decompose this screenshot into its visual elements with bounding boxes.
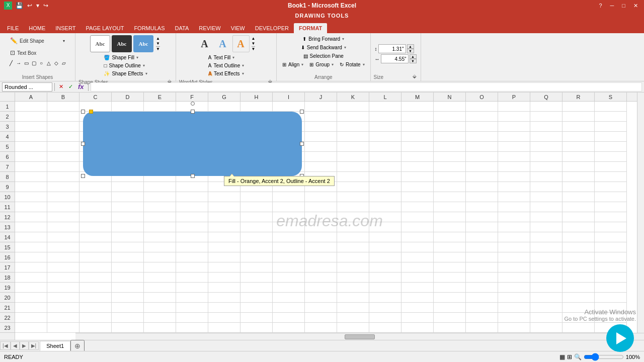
cell-G19[interactable] bbox=[208, 283, 240, 293]
cell-Q18[interactable] bbox=[530, 273, 562, 283]
height-down[interactable]: ▼ bbox=[407, 49, 414, 53]
cell-M21[interactable] bbox=[401, 303, 434, 313]
text-effects-dropdown[interactable]: ▾ bbox=[242, 71, 244, 76]
close-button[interactable]: ✕ bbox=[631, 2, 640, 10]
width-up[interactable]: ▲ bbox=[410, 54, 417, 59]
cell-P6[interactable] bbox=[498, 152, 530, 162]
cell-N10[interactable] bbox=[434, 192, 466, 202]
wordart-style-3[interactable]: A bbox=[232, 35, 250, 52]
cell-O16[interactable] bbox=[466, 252, 498, 262]
row-12[interactable]: 12 bbox=[0, 212, 15, 222]
cell-A19[interactable] bbox=[15, 283, 47, 293]
cell-B14[interactable] bbox=[47, 232, 79, 242]
cell-C17[interactable] bbox=[79, 262, 112, 273]
cell-C16[interactable] bbox=[79, 252, 112, 262]
cell-C23[interactable] bbox=[79, 323, 112, 333]
cell-F10[interactable] bbox=[176, 192, 208, 202]
cell-J20[interactable] bbox=[305, 293, 337, 303]
cell-A3[interactable] bbox=[15, 122, 47, 132]
cell-E22[interactable] bbox=[144, 313, 176, 323]
cell-Q11[interactable] bbox=[530, 202, 562, 212]
cell-B23[interactable] bbox=[47, 323, 79, 333]
cell-B3[interactable] bbox=[47, 122, 79, 132]
cell-J9[interactable] bbox=[305, 182, 337, 192]
col-header-D[interactable]: D bbox=[112, 93, 144, 102]
cell-S11[interactable] bbox=[595, 202, 627, 212]
cell-K18[interactable] bbox=[337, 273, 369, 283]
cell-C18[interactable] bbox=[79, 273, 112, 283]
cell-O9[interactable] bbox=[466, 182, 498, 192]
cell-A10[interactable] bbox=[15, 192, 47, 202]
line-shape[interactable]: ╱ bbox=[8, 59, 15, 66]
text-effects-button[interactable]: A Text Effects ▾ bbox=[206, 70, 247, 77]
row-9[interactable]: 9 bbox=[0, 182, 15, 192]
cell-N8[interactable] bbox=[434, 172, 466, 182]
handle-top-right[interactable] bbox=[300, 110, 304, 114]
cell-E18[interactable] bbox=[144, 273, 176, 283]
cell-D13[interactable] bbox=[112, 222, 144, 232]
cell-K9[interactable] bbox=[337, 182, 369, 192]
cell-S19[interactable] bbox=[595, 283, 627, 293]
cell-A13[interactable] bbox=[15, 222, 47, 232]
cell-S21[interactable] bbox=[595, 303, 627, 313]
minimize-button[interactable]: ─ bbox=[608, 2, 616, 9]
cell-L7[interactable] bbox=[369, 162, 401, 172]
cell-K6[interactable] bbox=[337, 152, 369, 162]
cell-O11[interactable] bbox=[466, 202, 498, 212]
cell-G17[interactable] bbox=[208, 262, 240, 273]
cell-C9[interactable] bbox=[79, 182, 112, 192]
cell-N14[interactable] bbox=[434, 232, 466, 242]
cell-P23[interactable] bbox=[498, 323, 530, 333]
cell-D22[interactable] bbox=[112, 313, 144, 323]
cell-K13[interactable] bbox=[337, 222, 369, 232]
cell-B7[interactable] bbox=[47, 162, 79, 172]
cell-H1[interactable] bbox=[240, 102, 273, 112]
cell-L22[interactable] bbox=[369, 313, 401, 323]
cell-E12[interactable] bbox=[144, 212, 176, 222]
col-header-L[interactable]: L bbox=[369, 93, 401, 102]
cell-B6[interactable] bbox=[47, 152, 79, 162]
cell-L20[interactable] bbox=[369, 293, 401, 303]
cell-S18[interactable] bbox=[595, 273, 627, 283]
cell-M7[interactable] bbox=[401, 162, 434, 172]
cell-F18[interactable] bbox=[176, 273, 208, 283]
cell-H18[interactable] bbox=[240, 273, 273, 283]
cell-P4[interactable] bbox=[498, 132, 530, 142]
cell-G11[interactable] bbox=[208, 202, 240, 212]
cell-P15[interactable] bbox=[498, 242, 530, 252]
cell-J13[interactable] bbox=[305, 222, 337, 232]
rect-shape[interactable]: ▭ bbox=[23, 59, 30, 66]
cell-C14[interactable] bbox=[79, 232, 112, 242]
cell-G20[interactable] bbox=[208, 293, 240, 303]
cell-G18[interactable] bbox=[208, 273, 240, 283]
cell-P17[interactable] bbox=[498, 262, 530, 273]
cell-O12[interactable] bbox=[466, 212, 498, 222]
corner-radius-handle[interactable] bbox=[89, 110, 93, 114]
cell-Q13[interactable] bbox=[530, 222, 562, 232]
cell-R23[interactable] bbox=[562, 323, 595, 333]
cell-S22[interactable] bbox=[595, 313, 627, 323]
cell-Q20[interactable] bbox=[530, 293, 562, 303]
wordart-style-1[interactable]: A bbox=[196, 35, 213, 52]
cell-J18[interactable] bbox=[305, 273, 337, 283]
cell-D14[interactable] bbox=[112, 232, 144, 242]
cell-P20[interactable] bbox=[498, 293, 530, 303]
cell-N20[interactable] bbox=[434, 293, 466, 303]
cell-S14[interactable] bbox=[595, 232, 627, 242]
shape-fill-button[interactable]: 🪣 Shape Fill ▾ bbox=[101, 54, 149, 61]
cell-L21[interactable] bbox=[369, 303, 401, 313]
cell-A6[interactable] bbox=[15, 152, 47, 162]
cell-N12[interactable] bbox=[434, 212, 466, 222]
edit-shape-dropdown[interactable]: ▾ bbox=[63, 39, 65, 43]
cell-I9[interactable] bbox=[273, 182, 305, 192]
cell-O18[interactable] bbox=[466, 273, 498, 283]
undo-btn[interactable]: ↩ bbox=[26, 2, 34, 10]
cell-N4[interactable] bbox=[434, 132, 466, 142]
cell-B2[interactable] bbox=[47, 112, 79, 122]
cell-P13[interactable] bbox=[498, 222, 530, 232]
cell-K17[interactable] bbox=[337, 262, 369, 273]
text-fill-button[interactable]: A Text Fill ▾ bbox=[206, 54, 247, 61]
shape-container[interactable] bbox=[83, 112, 304, 177]
cell-F21[interactable] bbox=[176, 303, 208, 313]
cell-N3[interactable] bbox=[434, 122, 466, 132]
